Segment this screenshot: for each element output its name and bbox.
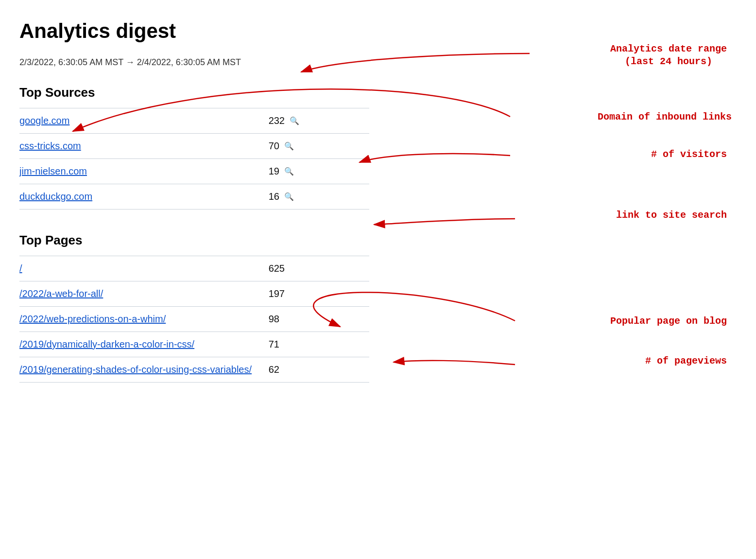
popular-page-annotation: Popular page on blog xyxy=(610,315,727,328)
page-count: 625 xyxy=(269,263,285,274)
source-link[interactable]: google.com xyxy=(19,115,69,126)
page-count-cell: 71 xyxy=(259,332,369,357)
source-count: 16 xyxy=(269,191,279,202)
page-link[interactable]: /2022/web-predictions-on-a-whim/ xyxy=(19,314,166,324)
page-link[interactable]: /2022/a-web-for-all/ xyxy=(19,288,103,299)
table-row: duckduckgo.com 16 🔍 xyxy=(19,184,369,210)
page-link-cell: /2022/a-web-for-all/ xyxy=(19,281,259,307)
source-count-cell: 70 🔍 xyxy=(259,134,369,159)
page-link[interactable]: /2019/generating-shades-of-color-using-c… xyxy=(19,364,252,375)
source-link-cell: css-tricks.com xyxy=(19,134,259,159)
table-row: /2019/dynamically-darken-a-color-in-css/… xyxy=(19,332,369,357)
top-pages-title: Top Pages xyxy=(19,233,737,248)
page-link-cell: / xyxy=(19,256,259,281)
table-row: /2022/web-predictions-on-a-whim/ 98 xyxy=(19,307,369,332)
search-icon[interactable]: 🔍 xyxy=(284,167,294,176)
table-row: jim-nielsen.com 19 🔍 xyxy=(19,159,369,184)
table-row: / 625 xyxy=(19,256,369,281)
pageviews-annotation: # of pageviews xyxy=(645,355,727,367)
page-link-cell: /2019/generating-shades-of-color-using-c… xyxy=(19,357,259,383)
page-count: 71 xyxy=(269,339,279,349)
page-count-cell: 625 xyxy=(259,256,369,281)
page-count-cell: 197 xyxy=(259,281,369,307)
source-count-cell: 16 🔍 xyxy=(259,184,369,210)
table-row: google.com 232 🔍 xyxy=(19,108,369,134)
page-link[interactable]: / xyxy=(19,263,22,274)
source-count: 19 xyxy=(269,166,279,177)
search-icon[interactable]: 🔍 xyxy=(290,116,299,125)
source-count-cell: 19 🔍 xyxy=(259,159,369,184)
table-row: css-tricks.com 70 🔍 xyxy=(19,134,369,159)
site-search-annotation: link to site search xyxy=(616,209,727,222)
source-link[interactable]: css-tricks.com xyxy=(19,140,81,151)
source-count: 70 xyxy=(269,140,279,152)
page-link-cell: /2019/dynamically-darken-a-color-in-css/ xyxy=(19,332,259,357)
source-count: 232 xyxy=(269,115,285,126)
page-title: Analytics digest xyxy=(19,19,737,43)
table-row: /2022/a-web-for-all/ 197 xyxy=(19,281,369,307)
search-icon[interactable]: 🔍 xyxy=(284,192,294,201)
page-count: 98 xyxy=(269,314,279,324)
table-row: /2019/generating-shades-of-color-using-c… xyxy=(19,357,369,383)
page-link[interactable]: /2019/dynamically-darken-a-color-in-css/ xyxy=(19,339,194,349)
source-link-cell: jim-nielsen.com xyxy=(19,159,259,184)
page-count: 62 xyxy=(269,364,279,375)
top-sources-title: Top Sources xyxy=(19,85,737,100)
inbound-links-annotation: Domain of inbound links xyxy=(598,111,732,123)
date-range: 2/3/2022, 6:30:05 AM MST → 2/4/2022, 6:3… xyxy=(19,57,737,68)
visitors-annotation: # of visitors xyxy=(651,148,727,161)
top-pages-table: / 625 /2022/a-web-for-all/ 197 /2022/web… xyxy=(19,256,369,383)
page-count: 197 xyxy=(269,288,285,299)
page-count-cell: 98 xyxy=(259,307,369,332)
source-link[interactable]: jim-nielsen.com xyxy=(19,166,87,176)
page-count-cell: 62 xyxy=(259,357,369,383)
search-icon[interactable]: 🔍 xyxy=(284,141,294,151)
page-link-cell: /2022/web-predictions-on-a-whim/ xyxy=(19,307,259,332)
top-sources-table: google.com 232 🔍 css-tricks.com 70 🔍 jim xyxy=(19,108,369,210)
source-count-cell: 232 🔍 xyxy=(259,108,369,134)
source-link[interactable]: duckduckgo.com xyxy=(19,191,92,202)
source-link-cell: google.com xyxy=(19,108,259,134)
source-link-cell: duckduckgo.com xyxy=(19,184,259,210)
